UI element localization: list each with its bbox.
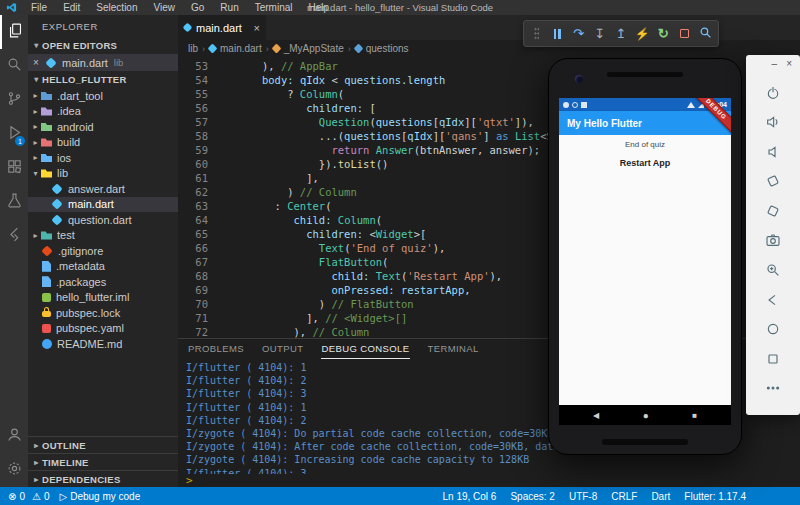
section-outline[interactable]: ▸OUTLINE <box>28 436 178 453</box>
close-icon[interactable]: × <box>254 22 260 34</box>
section-timeline[interactable]: ▸TIMELINE <box>28 453 178 470</box>
tree-item-answer-dart[interactable]: answer.dart <box>28 181 178 197</box>
debug-config-status[interactable]: ▷ Debug my code <box>59 491 140 502</box>
menu-go[interactable]: Go <box>184 2 211 13</box>
code-token: Widget <box>376 227 414 241</box>
tab-main-dart[interactable]: main.dart × <box>178 15 266 40</box>
code-token: FlatButton <box>319 255 382 269</box>
emulator-volume-down-button[interactable] <box>764 143 782 161</box>
breadcrumb-main-dart[interactable]: main.dart <box>209 43 262 54</box>
step-into-button[interactable]: ↧ <box>591 24 609 44</box>
activity-run-and-debug-button[interactable]: 1 <box>0 117 28 151</box>
tree-item--dart-tool[interactable]: ▸.dart_tool <box>28 88 178 104</box>
activity-settings-button[interactable] <box>0 453 28 487</box>
panel-tab-problems[interactable]: PROBLEMS <box>188 339 244 359</box>
emulator-screen[interactable]: 2:04 My Hello Flutter End of quiz Restar… <box>559 98 731 425</box>
notification-box-icon <box>581 102 587 108</box>
menu-file[interactable]: File <box>24 2 54 13</box>
status-spaces[interactable]: Spaces: 2 <box>510 491 554 502</box>
panel-tab-output[interactable]: OUTPUT <box>262 339 303 359</box>
activity-test-button[interactable] <box>0 185 28 219</box>
tree-item-ios[interactable]: ▸ios <box>28 150 178 166</box>
emulator-more-button[interactable] <box>764 379 782 397</box>
menu-selection[interactable]: Selection <box>89 2 144 13</box>
status-crlf[interactable]: CRLF <box>611 491 637 502</box>
tree-item--metadata[interactable]: .metadata <box>28 259 178 275</box>
restart-button[interactable]: ↻ <box>654 24 672 44</box>
open-devtools-button[interactable] <box>697 24 715 44</box>
tree-item-pubspec-yaml[interactable]: pubspec.yaml <box>28 321 178 337</box>
activity-source-control-button[interactable] <box>0 83 28 117</box>
iml-icon <box>42 293 51 302</box>
breadcrumb-questions[interactable]: questions <box>355 43 409 54</box>
line-number: 71 <box>178 311 208 325</box>
tree-item-build[interactable]: ▸build <box>28 135 178 151</box>
problems-status[interactable]: ⊗0 ⚠0 <box>8 491 49 502</box>
close-icon[interactable]: × <box>33 57 45 68</box>
tree-item-lib[interactable]: ▾lib <box>28 166 178 182</box>
menu-help[interactable]: Help <box>302 2 337 13</box>
dart-icon <box>51 214 62 225</box>
tree-item-question-dart[interactable]: question.dart <box>28 212 178 228</box>
activity-explorer-button[interactable] <box>0 15 28 49</box>
android-nav-bar: ◀ ● ■ <box>559 405 731 425</box>
emulator-zoom-button[interactable] <box>764 261 782 279</box>
panel-tab-debug-console[interactable]: DEBUG CONSOLE <box>321 339 409 359</box>
menu-edit[interactable]: Edit <box>56 2 87 13</box>
activity-search-button[interactable] <box>0 49 28 83</box>
code-token: Center <box>287 199 325 213</box>
stop-button[interactable] <box>676 24 694 44</box>
tree-item-hello-flutter-iml[interactable]: hello_flutter.iml <box>28 290 178 306</box>
pause-button[interactable] <box>548 24 566 44</box>
status-flutter[interactable]: Flutter: 1.17.4 <box>684 491 746 502</box>
emulator-rotate-right-button[interactable] <box>764 202 782 220</box>
emulator-power-button[interactable] <box>764 84 782 102</box>
breadcrumb-lib[interactable]: lib <box>188 43 198 54</box>
search-icon <box>6 56 23 77</box>
status-bar-right: Ln 19, Col 6Spaces: 2UTF-8CRLFDartFlutte… <box>443 491 747 502</box>
open-editor-item[interactable]: × main.dart lib <box>28 54 178 71</box>
emulator-back-button[interactable] <box>764 291 782 309</box>
tree-item-main-dart[interactable]: main.dart <box>28 197 178 213</box>
activity-account-button[interactable] <box>0 419 28 453</box>
emulator-overview-button[interactable] <box>764 350 782 368</box>
tree-item-pubspec-lock[interactable]: pubspec.lock <box>28 305 178 321</box>
minimize-button[interactable]: – <box>772 58 778 69</box>
emulator-rotate-left-button[interactable] <box>764 172 782 190</box>
activity-flutter-outline-button[interactable] <box>0 219 28 253</box>
activity-extensions-button[interactable] <box>0 151 28 185</box>
code-token: qIdx <box>439 115 464 129</box>
emulator-volume-up-button[interactable] <box>764 113 782 131</box>
tree-item-android[interactable]: ▸android <box>28 119 178 135</box>
breadcrumb--myappstate[interactable]: _MyAppState <box>273 43 344 54</box>
emulator-home-button[interactable] <box>764 320 782 338</box>
emulator-camera-button[interactable] <box>764 231 782 249</box>
code-token: return <box>331 143 369 157</box>
panel-tab-terminal[interactable]: TERMINAL <box>428 339 479 359</box>
step-over-button[interactable]: ↷ <box>570 24 588 44</box>
hot-reload-button[interactable]: ⚡ <box>633 24 651 44</box>
section-dependencies[interactable]: ▸DEPENDENCIES <box>28 470 178 487</box>
tree-item--idea[interactable]: ▸.idea <box>28 104 178 120</box>
menu-terminal[interactable]: Terminal <box>248 2 300 13</box>
drag-handle-button[interactable] <box>527 24 545 44</box>
folder-icon <box>41 137 52 147</box>
tree-item--gitignore[interactable]: .gitignore <box>28 243 178 259</box>
nav-home-icon[interactable]: ● <box>643 410 649 421</box>
tree-item--packages[interactable]: .packages <box>28 274 178 290</box>
status-dart[interactable]: Dart <box>651 491 670 502</box>
open-editors-header[interactable]: ▾ OPEN EDITORS <box>28 37 178 54</box>
status-utf-8[interactable]: UTF-8 <box>569 491 597 502</box>
tree-item-readme-md[interactable]: README.md <box>28 336 178 352</box>
folder-section-header[interactable]: ▾ HELLO_FLUTTER <box>28 71 178 88</box>
nav-overview-icon[interactable]: ■ <box>692 411 697 420</box>
status-ln[interactable]: Ln 19, Col 6 <box>443 491 497 502</box>
tree-item-test[interactable]: ▸test <box>28 228 178 244</box>
debug-console-prompt[interactable]: > <box>178 474 800 487</box>
step-out-button[interactable]: ↥ <box>612 24 630 44</box>
menu-view[interactable]: View <box>147 2 183 13</box>
restart-app-button[interactable]: Restart App <box>620 158 671 168</box>
nav-back-icon[interactable]: ◀ <box>593 411 599 420</box>
close-button[interactable]: × <box>786 58 792 69</box>
menu-run[interactable]: Run <box>213 2 245 13</box>
